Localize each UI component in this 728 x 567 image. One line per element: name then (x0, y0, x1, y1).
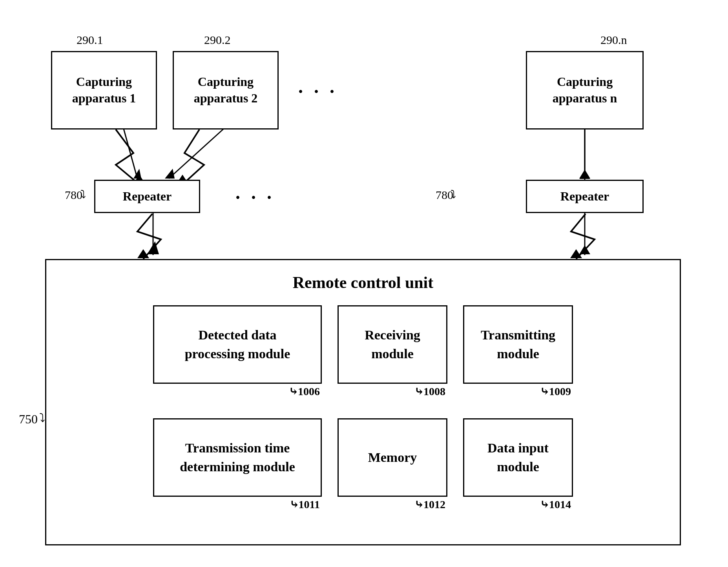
module-1011: Transmission time determining module (153, 418, 322, 497)
mod1014-label: Data input module (487, 439, 549, 476)
svg-marker-9 (579, 245, 590, 254)
module-1012: Memory (338, 418, 447, 497)
capturing-apparatus-1: Capturing apparatus 1 (51, 51, 157, 129)
repeater-2: Repeater (526, 180, 644, 213)
dots-middle: · · · (235, 186, 275, 208)
dots-top: · · · (298, 80, 338, 102)
cap1-ref: 290.1 (77, 33, 103, 47)
mod1009-label: Transmitting module (481, 326, 555, 363)
rep1-ref: 780 (65, 188, 82, 202)
mod1011-ref: ⤷1011 (153, 498, 322, 512)
capturing-apparatus-2: Capturing apparatus 2 (173, 51, 279, 129)
svg-marker-3 (165, 169, 175, 179)
mod1011-label: Transmission time determining module (180, 439, 295, 476)
mod1008-label: Receiving module (365, 326, 420, 363)
svg-marker-5 (147, 241, 159, 254)
svg-marker-13 (570, 249, 582, 258)
mod1008-ref: ⤷1008 (338, 385, 447, 399)
module-1009: Transmitting module (463, 305, 573, 384)
repeater-1: Repeater (94, 180, 200, 213)
capn-label: Capturing apparatus n (553, 74, 617, 106)
cap2-label: Capturing apparatus 2 (194, 74, 258, 106)
cap2-ref: 290.2 (204, 33, 231, 47)
svg-line-0 (122, 122, 137, 179)
rcu-title: Remote control unit (54, 272, 672, 294)
svg-marker-1 (133, 169, 141, 179)
mod1006-ref: ⤷1006 (153, 385, 322, 399)
mod1012-ref: ⤷1012 (338, 498, 447, 512)
mod1012-label: Memory (368, 448, 417, 467)
cap1-label: Capturing apparatus 1 (72, 74, 136, 106)
svg-line-2 (169, 122, 232, 179)
rep2-label: Repeater (560, 188, 609, 205)
capn-ref: 290.n (600, 33, 627, 47)
remote-control-unit: Remote control unit Detected data proces… (45, 259, 681, 545)
svg-marker-12 (137, 249, 149, 258)
svg-marker-15 (580, 171, 590, 179)
module-1006: Detected data processing module (153, 305, 322, 384)
mod1009-ref: ⤷1009 (463, 385, 573, 399)
module-1014: Data input module (463, 418, 573, 497)
module-1008: Receiving module (338, 305, 447, 384)
rcu-ref: 750 (19, 412, 38, 427)
mod1006-label: Detected data processing module (185, 326, 290, 363)
svg-marker-7 (579, 170, 590, 179)
rep1-label: Repeater (123, 188, 172, 205)
mod1014-ref: ⤷1014 (463, 498, 573, 512)
capturing-apparatus-n: Capturing apparatus n (526, 51, 644, 129)
